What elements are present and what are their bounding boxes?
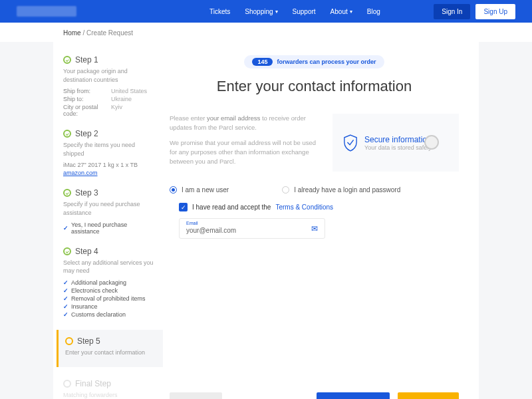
intro-text-1: Please enter your email address to recei… [170, 114, 317, 133]
step-final-desc: Matching forwarders [63, 391, 155, 399]
terms-link[interactable]: Terms & Conditions [275, 203, 333, 211]
radio-new-user[interactable]: I am a new user [170, 186, 229, 194]
checkbox-checked-icon[interactable]: ✓ [179, 203, 188, 211]
chevron-down-icon: ▾ [275, 9, 278, 15]
radio-dot-icon [282, 186, 289, 194]
radio-existing-user[interactable]: I already have a login and password [282, 186, 400, 194]
footer-buttons: Cancel Previous Step Next Step [170, 392, 459, 399]
steps-sidebar: Step 1 Your package origin and destinati… [53, 42, 163, 399]
step-final: Final Step Matching forwarders [63, 379, 163, 399]
step-2[interactable]: Step 2 Specify the items you need shippe… [63, 129, 163, 176]
step-5[interactable]: Step 5 Enter your contact information [57, 330, 163, 368]
forwarders-count: 145 [252, 58, 273, 66]
step-4[interactable]: Step 4 Select any additional services yo… [63, 247, 163, 318]
step-3-desc: Specify if you need purchase assistance [63, 200, 155, 217]
email-label: Email [186, 221, 198, 225]
check-circle-icon [63, 56, 71, 64]
decorative-circle [424, 135, 439, 150]
logo[interactable] [17, 6, 76, 17]
step-2-item: iMac 27" 2017 1 kg x 1 x TB [63, 162, 155, 168]
terms-checkbox-row[interactable]: ✓ I have read and accept the Terms & Con… [179, 203, 459, 211]
envelope-icon: ✉ [311, 224, 318, 233]
check-circle-icon [63, 189, 71, 197]
forwarders-pill: 145 forwarders can process your order [244, 55, 384, 68]
breadcrumb: Home / Create Request [0, 23, 532, 42]
nav-tickets[interactable]: Tickets [209, 8, 230, 15]
top-navbar: Tickets Shopping▾ Support About▾ Blog Si… [0, 0, 532, 23]
step-1[interactable]: Step 1 Your package origin and destinati… [63, 55, 163, 117]
step-3-option: Yes, I need purchase assistance [63, 221, 155, 235]
chevron-down-icon: ▾ [350, 9, 352, 15]
step-3[interactable]: Step 3 Specify if you need purchase assi… [63, 188, 163, 234]
page-title: Enter your contact information [170, 78, 459, 95]
secure-title: Secure information [364, 135, 433, 144]
secure-info-card: Secure information Your data is stored s… [332, 114, 459, 172]
nav-support[interactable]: Support [293, 8, 316, 15]
step-2-desc: Specify the items you need shipped [63, 141, 155, 158]
previous-step-button[interactable]: Previous Step [317, 392, 390, 399]
breadcrumb-sep: / [82, 29, 84, 37]
secure-desc: Your data is stored safely. [364, 144, 433, 151]
radio-dot-icon [170, 186, 177, 194]
main-panel: 145 forwarders can process your order En… [163, 42, 479, 399]
signup-button[interactable]: Sign Up [475, 4, 515, 19]
breadcrumb-current: Create Request [86, 29, 133, 37]
email-input[interactable] [186, 223, 311, 234]
cancel-button[interactable]: Cancel [170, 392, 222, 399]
circle-pending-icon [63, 380, 71, 388]
step-5-desc: Enter your contact information [65, 348, 155, 357]
step-1-desc: Your package origin and destination coun… [63, 67, 155, 84]
auth-buttons: Sign In Sign Up [434, 4, 515, 19]
breadcrumb-home[interactable]: Home [63, 29, 81, 37]
intro-text-2: We promise that your email address will … [170, 138, 317, 167]
shield-icon [343, 134, 358, 152]
signin-button[interactable]: Sign In [434, 4, 470, 19]
email-field[interactable]: Email ✉ [179, 218, 325, 239]
circle-current-icon [65, 337, 73, 345]
main-nav: Tickets Shopping▾ Support About▾ Blog [209, 8, 380, 15]
nav-about[interactable]: About▾ [331, 8, 352, 15]
nav-blog[interactable]: Blog [367, 8, 380, 15]
next-step-button[interactable]: Next Step [398, 392, 459, 399]
check-circle-icon [63, 247, 71, 255]
nav-shopping[interactable]: Shopping▾ [245, 8, 277, 15]
item-source-link[interactable]: amazon.com [63, 170, 98, 176]
step-4-desc: Select any additional services you may n… [63, 259, 155, 275]
check-circle-icon [63, 130, 71, 138]
